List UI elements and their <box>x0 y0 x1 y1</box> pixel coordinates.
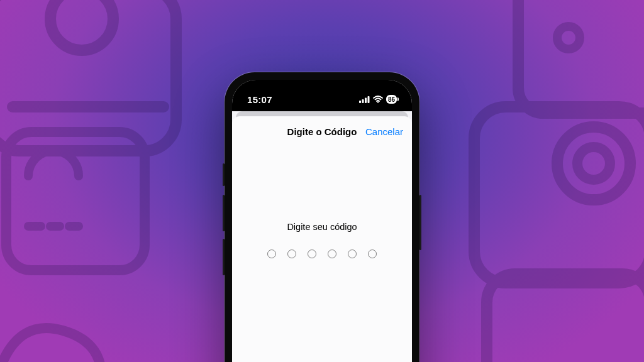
decorative-bottom-icon <box>474 261 644 362</box>
phone-screen: 15:07 86 Digite o Código Cancelar Dig <box>232 80 412 362</box>
svg-point-5 <box>577 147 610 180</box>
svg-point-4 <box>557 127 630 200</box>
decorative-corner-icon <box>506 0 644 126</box>
passcode-dot <box>348 250 357 258</box>
svg-rect-11 <box>365 97 367 103</box>
passcode-dot <box>368 250 377 258</box>
cancel-button[interactable]: Cancelar <box>365 126 403 137</box>
phone-mute-switch <box>223 163 225 186</box>
decorative-square-icon <box>0 119 157 283</box>
passcode-dot <box>267 250 276 258</box>
wifi-icon <box>373 94 383 105</box>
status-right-cluster: 86 <box>359 94 397 105</box>
svg-point-7 <box>557 26 580 49</box>
svg-rect-6 <box>518 0 644 113</box>
passcode-dot <box>308 250 316 258</box>
svg-rect-10 <box>362 99 364 103</box>
cellular-signal-icon <box>359 94 370 105</box>
battery-level-text: 86 <box>388 96 395 103</box>
decorative-blob-icon <box>0 274 138 362</box>
passcode-dot <box>287 250 296 258</box>
passcode-modal-sheet: Digite o Código Cancelar Digite seu códi… <box>232 116 412 362</box>
svg-rect-12 <box>367 96 369 103</box>
phone-power-button <box>419 195 421 250</box>
svg-rect-9 <box>359 101 361 103</box>
svg-rect-8 <box>487 274 644 362</box>
passcode-prompt-text: Digite seu código <box>232 222 412 232</box>
phone-device-frame: 15:07 86 Digite o Código Cancelar Dig <box>225 72 419 362</box>
phone-volume-up-button <box>223 195 225 231</box>
modal-header: Digite o Código Cancelar <box>232 116 412 146</box>
status-time: 15:07 <box>247 94 272 105</box>
passcode-dots-row[interactable] <box>232 250 412 258</box>
dynamic-island <box>291 86 353 104</box>
modal-title: Digite o Código <box>287 126 357 137</box>
phone-volume-down-button <box>223 239 225 275</box>
svg-point-1 <box>50 0 113 50</box>
passcode-dot <box>328 250 336 258</box>
svg-rect-2 <box>6 132 145 270</box>
passcode-entry-area: Digite seu código <box>232 222 412 258</box>
svg-point-13 <box>377 101 379 102</box>
battery-indicator: 86 <box>386 95 397 104</box>
